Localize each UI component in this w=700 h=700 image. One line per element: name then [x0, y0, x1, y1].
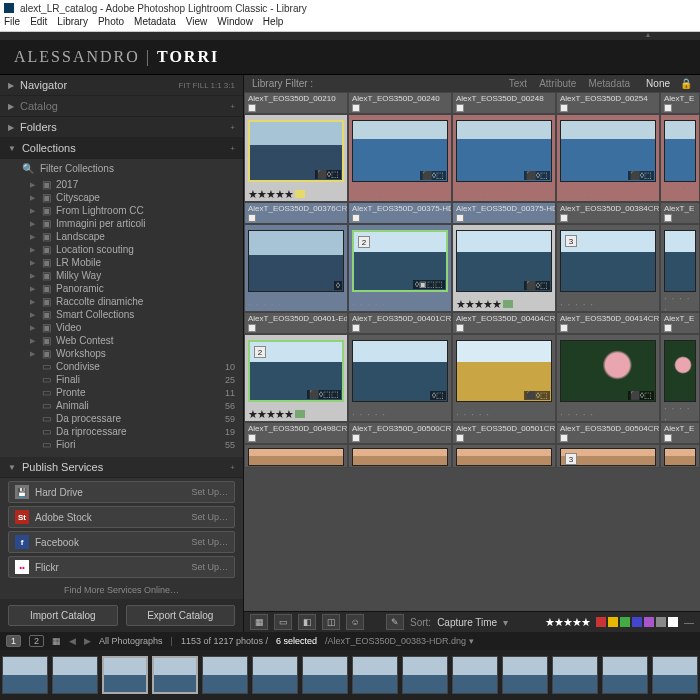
thumbnail-image[interactable] — [248, 448, 344, 466]
people-view-button[interactable]: ☺ — [346, 614, 364, 630]
collection-item[interactable]: ▶▣Panoramic — [6, 282, 243, 295]
export-catalog-button[interactable]: Export Catalog — [126, 605, 236, 626]
color-label-swatch[interactable] — [503, 300, 513, 308]
thumbnail-image[interactable]: ⬛◊⬚ — [560, 120, 656, 182]
color-swatch[interactable] — [632, 617, 642, 627]
stack-count-badge[interactable]: 3 — [565, 235, 577, 247]
collection-item[interactable]: ▶▣Video — [6, 321, 243, 334]
rating-dots[interactable]: · · · · · — [349, 407, 451, 421]
thumbnail-cell[interactable] — [452, 444, 556, 468]
thumbnail-image[interactable] — [664, 230, 696, 292]
flag-icon[interactable] — [664, 434, 672, 442]
flag-icon[interactable] — [664, 104, 672, 112]
flag-icon[interactable] — [560, 434, 568, 442]
color-swatch[interactable] — [620, 617, 630, 627]
menu-item-library[interactable]: Library — [57, 16, 88, 31]
thumbnail-cell[interactable]: AlexT_EOS350D_00501CR2 — [452, 422, 556, 444]
collection-item[interactable]: ▭Finali25 — [6, 373, 243, 386]
collection-item[interactable]: ▶▣Raccolte dinamiche — [6, 295, 243, 308]
source-label[interactable]: All Photographs — [99, 636, 163, 646]
collection-item[interactable]: ▭Da riprocessare19 — [6, 425, 243, 438]
library-filter-tab-attribute[interactable]: Attribute — [539, 78, 576, 89]
publish-setup-link[interactable]: Set Up… — [191, 537, 228, 547]
thumbnail-cell[interactable]: AlexT_EOS350D_00504CR2 — [556, 422, 660, 444]
publish-header[interactable]: ▼ Publish Services + — [0, 457, 243, 478]
flag-icon[interactable] — [560, 214, 568, 222]
color-label-swatch[interactable] — [295, 410, 305, 418]
thumbnail-cell[interactable] — [244, 444, 348, 468]
collection-item[interactable]: ▭Da processare59 — [6, 412, 243, 425]
painter-tool-button[interactable]: ✎ — [386, 614, 404, 630]
collection-item[interactable]: ▶▣2017 — [6, 178, 243, 191]
rating-stars[interactable]: ★★★★★ — [248, 408, 293, 421]
thumbnail-cell[interactable]: 3· · · · · — [556, 224, 660, 312]
filter-collections-row[interactable]: 🔍 Filter Collections — [0, 159, 243, 178]
grid-icon[interactable]: ▦ — [52, 636, 61, 646]
compare-view-button[interactable]: ◧ — [298, 614, 316, 630]
collection-item[interactable]: ▭Condivise10 — [6, 360, 243, 373]
publish-setup-link[interactable]: Set Up… — [191, 512, 228, 522]
collection-item[interactable]: ▭Pronte11 — [6, 386, 243, 399]
menu-item-metadata[interactable]: Metadata — [134, 16, 176, 31]
thumbnail-cell[interactable]: AlexT_EOS350D_00384CR2 — [556, 202, 660, 224]
rating-dots[interactable]: · · · · · — [453, 407, 555, 421]
secondary-window-2[interactable]: 2 — [29, 635, 44, 647]
collection-item[interactable]: ▶▣Workshops — [6, 347, 243, 360]
library-filter-none[interactable]: None — [646, 78, 670, 89]
filmstrip-thumbnail[interactable] — [602, 656, 648, 694]
flag-icon[interactable] — [456, 324, 464, 332]
thumbnail-cell[interactable]: AlexT_EOS350D_00210 — [244, 92, 348, 114]
stack-count-badge[interactable]: 2 — [358, 236, 370, 248]
menu-item-edit[interactable]: Edit — [30, 16, 47, 31]
thumbnail-cell[interactable]: AlexT_EOS350D_00376CR2 — [244, 202, 348, 224]
thumbnail-image[interactable]: ⬛◊⬚ — [456, 340, 552, 402]
publish-service-item[interactable]: fFacebookSet Up… — [8, 531, 235, 553]
menu-item-photo[interactable]: Photo — [98, 16, 124, 31]
thumbnail-cell[interactable]: · · · · · — [660, 224, 700, 312]
thumbnail-image[interactable]: 2⬛◊⬚⬚ — [248, 340, 344, 402]
filmstrip-thumbnail[interactable] — [252, 656, 298, 694]
flag-icon[interactable] — [352, 104, 360, 112]
collection-item[interactable]: ▶▣Location scouting — [6, 243, 243, 256]
rating-dots[interactable]: · · · · · — [245, 297, 347, 311]
thumbnail-cell[interactable]: AlexT_EOS350D_00498CR2 — [244, 422, 348, 444]
back-arrow-icon[interactable]: ◀ — [69, 636, 76, 646]
publish-setup-link[interactable]: Set Up… — [191, 487, 228, 497]
menu-item-help[interactable]: Help — [263, 16, 284, 31]
secondary-window-1[interactable]: 1 — [6, 635, 21, 647]
color-swatch[interactable] — [608, 617, 618, 627]
thumbnail-cell[interactable]: ⬛◊⬚· · · · · — [452, 114, 556, 202]
thumbnail-cell[interactable]: AlexT_EOS350D_00404CR2 — [452, 312, 556, 334]
catalog-header[interactable]: ▶ Catalog + — [0, 96, 243, 117]
thumbnail-image[interactable]: ⬛◊⬚ — [352, 120, 448, 182]
collections-header[interactable]: ▼ Collections + — [0, 138, 243, 159]
collection-item[interactable]: ▭Animali56 — [6, 399, 243, 412]
navigator-modes[interactable]: FIT FILL 1:1 3:1 — [179, 81, 235, 90]
filmstrip-thumbnail[interactable] — [552, 656, 598, 694]
rating-dots[interactable]: · · · · · — [661, 187, 699, 201]
flag-icon[interactable] — [352, 324, 360, 332]
import-catalog-button[interactable]: Import Catalog — [8, 605, 118, 626]
thumbnail-cell[interactable]: ◊⬚· · · · · — [348, 334, 452, 422]
rating-dots[interactable]: · · · · · — [453, 187, 555, 201]
color-swatch[interactable] — [596, 617, 606, 627]
rating-stars[interactable]: ★★★★★ — [248, 188, 293, 201]
collection-item[interactable]: ▶▣Landscape — [6, 230, 243, 243]
rating-dots[interactable]: · · · · · — [349, 187, 451, 201]
thumbnail-image[interactable]: ⬛◊⬚ — [248, 120, 344, 182]
thumbnail-image[interactable]: ◊ — [248, 230, 344, 292]
publish-setup-link[interactable]: Set Up… — [191, 562, 228, 572]
thumbnail-image[interactable]: 3 — [560, 230, 656, 292]
thumbnail-image[interactable]: 3 — [560, 448, 656, 466]
thumbnail-cell[interactable]: 3 — [556, 444, 660, 468]
plus-icon[interactable]: + — [230, 144, 235, 153]
rating-dots[interactable]: · · · · · — [557, 187, 659, 201]
flag-icon[interactable] — [664, 324, 672, 332]
collection-item[interactable]: ▶▣Smart Collections — [6, 308, 243, 321]
find-more-services[interactable]: Find More Services Online… — [0, 585, 243, 595]
filmstrip[interactable] — [0, 650, 700, 700]
plus-icon[interactable]: + — [230, 463, 235, 472]
thumbnail-image[interactable] — [456, 448, 552, 466]
thumbnail-cell[interactable]: ◊· · · · · — [244, 224, 348, 312]
collection-item[interactable]: ▶▣LR Mobile — [6, 256, 243, 269]
